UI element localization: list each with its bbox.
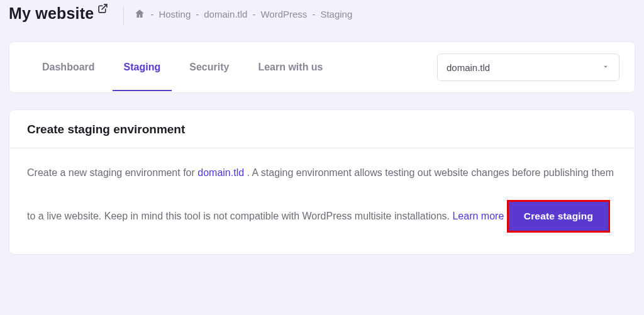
breadcrumb-domain[interactable]: domain.tld <box>204 9 247 19</box>
staging-text-before: Create a new staging environment for <box>27 167 197 178</box>
breadcrumb-sep: - <box>312 9 315 19</box>
svg-line-0 <box>102 4 107 9</box>
tabs-card: Dashboard Staging Security Learn with us… <box>9 41 635 93</box>
cta-highlight-box: Create staging <box>507 200 610 233</box>
breadcrumb-wordpress[interactable]: WordPress <box>260 9 307 19</box>
home-icon[interactable] <box>134 8 145 19</box>
breadcrumb: - Hosting - domain.tld - WordPress - Sta… <box>134 8 352 19</box>
page-header: My website - Hosting - domain.tld - Word <box>9 6 635 30</box>
breadcrumb-staging[interactable]: Staging <box>320 9 352 19</box>
staging-card-header: Create staging environment <box>9 110 635 148</box>
breadcrumb-hosting[interactable]: Hosting <box>158 9 191 19</box>
site-title-wrap: My website <box>9 6 121 23</box>
learn-more-link[interactable]: Learn more <box>452 211 504 221</box>
breadcrumb-sep: - <box>150 9 153 19</box>
header-divider <box>123 6 124 25</box>
staging-card-title: Create staging environment <box>27 123 617 136</box>
domain-select[interactable]: domain.tld <box>437 53 619 81</box>
page-root: My website - Hosting - domain.tld - Word <box>0 0 644 315</box>
create-staging-button[interactable]: Create staging <box>509 202 608 231</box>
tabs: Dashboard Staging Security Learn with us <box>25 55 323 79</box>
domain-select-value: domain.tld <box>447 62 490 73</box>
chevron-down-icon <box>601 62 610 73</box>
tab-security[interactable]: Security <box>189 55 229 79</box>
staging-domain-link[interactable]: domain.tld <box>197 167 244 178</box>
tab-staging[interactable]: Staging <box>124 55 161 79</box>
external-link-icon[interactable] <box>97 3 108 16</box>
site-title: My website <box>9 5 94 23</box>
staging-card: Create staging environment Create a new … <box>9 109 635 255</box>
tab-learn[interactable]: Learn with us <box>258 55 323 79</box>
breadcrumb-sep: - <box>252 9 255 19</box>
tab-dashboard[interactable]: Dashboard <box>42 55 95 79</box>
staging-card-body: Create a new staging environment for dom… <box>9 148 635 233</box>
breadcrumb-sep: - <box>196 9 199 19</box>
